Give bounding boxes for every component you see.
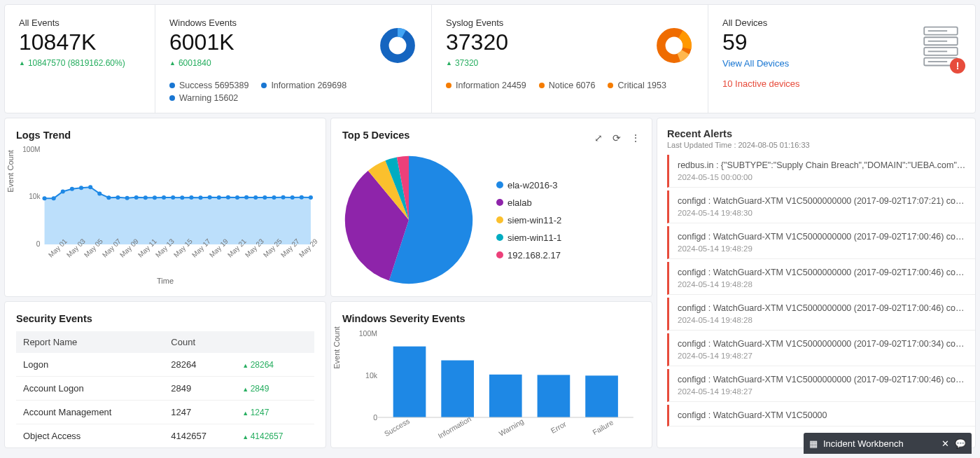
security-events-panel: Security Events Report Name Count Logon2… (4, 301, 326, 448)
stat-syslog-events: Syslog Events 37320 37320 Information 24… (432, 5, 708, 113)
svg-point-31 (208, 195, 212, 200)
svg-point-25 (153, 195, 157, 200)
more-menu-icon[interactable]: ⋮ (631, 132, 640, 144)
logs-trend-panel: Logs Trend Event Count 010k100M May 01Ma… (4, 118, 326, 297)
workbench-icon: ▦ (809, 438, 818, 449)
table-row[interactable]: Account Management12471247 (16, 401, 314, 424)
x-axis-ticks: May 01May 03May 05May 07May 09May 11May … (44, 254, 314, 261)
svg-point-16 (70, 187, 74, 191)
incident-workbench-bar[interactable]: ▦ Incident Workbench ✕ 💬 (804, 433, 972, 454)
alert-item[interactable]: configd : WatchGuard-XTM V1C5000000000 (… (667, 333, 975, 366)
workbench-title: Incident Workbench (823, 438, 941, 449)
alert-item[interactable]: configd : WatchGuard-XTM V1C5000000000 (… (667, 190, 975, 223)
table-row[interactable]: Object Access41426574142657 (16, 424, 314, 448)
svg-point-39 (281, 195, 286, 200)
svg-text:0: 0 (36, 240, 41, 248)
alert-item[interactable]: configd : WatchGuard-XTM V1C5000000000 (… (667, 226, 975, 259)
x-axis-label: Time (16, 277, 314, 285)
pie-legend-item[interactable]: siem-win11-1 (496, 233, 561, 243)
svg-rect-50 (585, 375, 618, 417)
stat-windows-events: Windows Events 6001K 6001840 Success 569… (155, 5, 432, 113)
device-alert-badge-icon: ! (950, 58, 965, 74)
svg-point-23 (134, 195, 139, 200)
alert-item[interactable]: redbus.in : {"SUBTYPE":"Supply Chain Bre… (667, 155, 975, 188)
stat-title: All Events (19, 18, 141, 28)
refresh-icon[interactable]: ⟳ (612, 132, 621, 144)
top-devices-pie-chart[interactable] (342, 153, 475, 286)
svg-point-29 (189, 195, 193, 200)
svg-rect-48 (489, 375, 522, 417)
table-row[interactable]: Logon2826428264 (16, 353, 314, 377)
legend-item: Information 269698 (261, 81, 346, 90)
stat-all-devices: All Devices 59 View All Devices 10 Inact… (708, 5, 975, 113)
svg-point-13 (43, 196, 47, 200)
stat-value: 10847K (19, 29, 141, 55)
svg-point-36 (253, 195, 258, 200)
chat-icon[interactable]: 💬 (955, 438, 966, 449)
svg-point-22 (125, 196, 130, 200)
panel-title: Windows Severity Events (342, 313, 640, 324)
panel-title: Logs Trend (16, 130, 314, 141)
legend-item: Warning 15602 (169, 93, 238, 103)
svg-point-14 (52, 196, 56, 200)
panel-title: Top 5 Devices (342, 130, 410, 141)
svg-point-18 (88, 185, 92, 189)
y-axis-label: Event Count (6, 150, 15, 193)
stat-delta: 10847570 (8819162.60%) (19, 58, 141, 68)
svg-point-17 (79, 186, 83, 190)
col-count[interactable]: Count (164, 331, 235, 353)
svg-point-42 (309, 195, 313, 200)
logs-trend-chart[interactable]: 010k100M (16, 146, 314, 251)
bar-x-ticks: SuccessInformationWarningErrorFailure (342, 423, 640, 431)
pie-legend-item[interactable]: 192.168.2.17 (496, 250, 561, 261)
svg-point-21 (115, 195, 120, 200)
legend-item: Information 24459 (446, 81, 526, 90)
recent-alerts-panel: Recent Alerts Last Updated Time : 2024-0… (657, 118, 976, 448)
severity-bar-chart[interactable] (342, 330, 640, 421)
syslog-legend: Information 24459Notice 6076Critical 195… (446, 81, 694, 90)
summary-stats-row: All Events 10847K 10847570 (8819162.60%)… (4, 4, 976, 113)
svg-point-33 (226, 195, 230, 200)
alert-item[interactable]: configd : WatchGuard-XTM V1C5000000000 (… (667, 298, 975, 331)
pie-legend: ela-w2016-3elalabsiem-win11-2siem-win11-… (496, 180, 561, 261)
svg-point-41 (300, 195, 304, 200)
col-report-name[interactable]: Report Name (16, 331, 164, 353)
pie-legend-item[interactable]: siem-win11-2 (496, 215, 561, 225)
svg-point-28 (180, 195, 184, 200)
y-axis-label: Event Count (332, 326, 341, 369)
windows-donut-icon (378, 26, 417, 65)
alert-item[interactable]: configd : WatchGuard-XTM V1C50000 (667, 405, 975, 426)
svg-point-38 (272, 195, 276, 200)
inactive-devices-text: 10 Inactive devices (722, 78, 961, 89)
panel-title: Recent Alerts (667, 128, 965, 139)
windows-legend: Success 5695389Information 269698Warning… (169, 81, 417, 103)
alert-item[interactable]: configd : WatchGuard-XTM V1C5000000000 (… (667, 369, 975, 402)
svg-point-30 (198, 195, 202, 200)
svg-point-20 (106, 195, 111, 200)
svg-rect-46 (393, 347, 426, 417)
svg-rect-47 (441, 361, 474, 417)
svg-point-32 (217, 195, 221, 200)
svg-point-24 (144, 195, 148, 200)
svg-point-40 (290, 195, 295, 200)
top-devices-panel: Top 5 Devices ⤢ ⟳ ⋮ ela-w2016-3elalabsie… (330, 118, 652, 297)
pie-legend-item[interactable]: elalab (496, 197, 561, 208)
svg-point-26 (162, 195, 166, 200)
security-events-table: Report Name Count Logon2826428264Account… (16, 331, 314, 448)
legend-item: Success 5695389 (169, 81, 248, 90)
syslog-donut-icon (654, 26, 694, 65)
expand-icon[interactable]: ⤢ (594, 132, 603, 144)
close-icon[interactable]: ✕ (941, 438, 949, 449)
alert-item[interactable]: configd : WatchGuard-XTM V1C5000000000 (… (667, 262, 975, 295)
svg-rect-49 (538, 375, 570, 417)
table-row[interactable]: Account Logon28492849 (16, 377, 314, 401)
legend-item: Notice 6076 (539, 81, 596, 90)
svg-point-35 (244, 195, 248, 200)
svg-text:100M: 100M (22, 146, 40, 153)
svg-point-34 (235, 195, 239, 200)
pie-legend-item[interactable]: ela-w2016-3 (496, 180, 561, 190)
svg-point-37 (262, 195, 267, 200)
stat-all-events: All Events 10847K 10847570 (8819162.60%) (5, 5, 155, 113)
windows-severity-panel: Windows Severity Events Event Count 010k… (330, 301, 652, 448)
legend-item: Critical 1953 (608, 81, 666, 90)
